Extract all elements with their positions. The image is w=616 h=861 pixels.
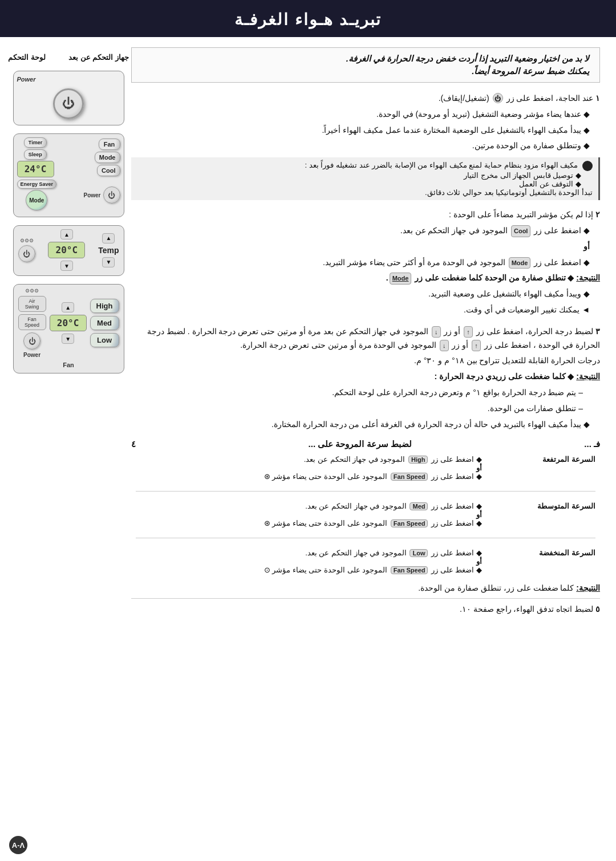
section-1-note: مكيف الهواء مزود بنظام حماية لمنع مكيف ا… xyxy=(131,157,600,200)
ctrl-row-1: Fan Mode Cool Timer Sleep 24°C xyxy=(17,137,120,177)
remote-power-diagram: Power ⏻ xyxy=(13,71,124,125)
section-3-result-1: – يتم ضبط درجة الحرارة بواقع ١° م وتعرض … xyxy=(131,386,600,400)
mode-inline-btn-2: Mode xyxy=(390,273,412,285)
temp-display-2: 20°C xyxy=(48,242,85,258)
gear-icons: ⚙⚙⚙ xyxy=(20,238,34,243)
gear-icons-2: ⚙⚙⚙ xyxy=(25,288,39,294)
low-inline-btn: Low xyxy=(410,549,428,557)
ctrl-row-2: ⏻ Power Energy Saver Mode xyxy=(17,180,120,210)
note-icon xyxy=(582,161,593,171)
temp-up-btn[interactable]: ▲ xyxy=(102,233,115,243)
temp-panel-diagram: ▲ Temp ▼ ▲ 20°C ▼ ⚙⚙⚙ ⏻ xyxy=(13,225,124,276)
up-btn-inline: ↑ xyxy=(464,326,473,338)
fan-down-btn[interactable]: ▼ xyxy=(62,334,74,344)
section-1-bullet-1: عندها يضاء مؤشر وضعية التشغيل (تبريد أو … xyxy=(131,108,600,121)
med-inline-btn: Med xyxy=(410,502,428,510)
result-text: كلما ضغطت على زر، تنطلق صفارة من الوحدة. xyxy=(418,583,574,592)
section-3-result-label: النتيجة: ◆ كلما ضغطت على زريدي درجة الحر… xyxy=(131,370,600,384)
temp-up-btn-2[interactable]: ▲ xyxy=(60,229,73,239)
up-btn-inline-2: ↑ xyxy=(472,340,481,352)
temp-down-btn-2[interactable]: ▼ xyxy=(60,261,73,271)
section-2-num: ٢ xyxy=(595,210,600,219)
section-1-bullet-2: يبدأ مكيف الهواء بالتشغيل على الوضعية ال… xyxy=(131,124,600,137)
power-label-fan: Power xyxy=(23,352,40,358)
timer-btn[interactable]: Timer xyxy=(24,137,47,148)
section-2-text: ٢ إذا لم يكن مؤشر التبريد مضاءاً على الو… xyxy=(131,208,600,317)
section-3-text: ٣ لضبط درجة الحرارة، اضغط على زر ↑ أو زر… xyxy=(131,325,600,432)
fan-speed-row-low: السرعة المنخفضة اضغط على زر Low الموجود … xyxy=(131,546,600,576)
high-fan-btn[interactable]: High xyxy=(90,299,119,313)
fan-label-bottom: Fan xyxy=(18,362,119,368)
section-3: ٣ لضبط درجة الحرارة، اضغط على زر ↑ أو زر… xyxy=(131,325,600,432)
high-inline-btn: High xyxy=(408,456,428,464)
speed-label-low: السرعة المنخفضة xyxy=(497,546,600,576)
section-2-result: النتيجة: ◆ تنطلق صفارة من الوحدة كلما ضغ… xyxy=(131,271,600,285)
intro-box: لا بد من اختيار وضعية التبريد إذا أردت خ… xyxy=(131,47,600,83)
section-4: فـ ... لضبط سرعة المروحة على ... ٤ السرع… xyxy=(131,439,600,614)
section-2-bullet-1: اضغط على زر Cool الموجود في جهاز التحكم … xyxy=(131,224,600,238)
energy-saver-btn[interactable]: Energy Saver xyxy=(17,180,57,189)
intro-line2: يمكنك ضبط سرعة المروحة أيضاً. xyxy=(139,66,589,76)
power-button-remote[interactable]: ⏻ xyxy=(53,88,84,119)
fan-up-btn[interactable]: ▲ xyxy=(62,302,74,312)
section-2: ٢ إذا لم يكن مؤشر التبريد مضاءاً على الو… xyxy=(131,208,600,317)
power-btn-ctrl[interactable]: ⏻ xyxy=(103,186,120,204)
control-panel-diagram: Fan Mode Cool Timer Sleep 24°C ⏻ xyxy=(13,133,124,217)
note-bullet-1: ◆ توصيل قابس الجهاز الى مخرج التيار xyxy=(137,171,593,180)
down-btn-inline: ↓ xyxy=(432,326,441,338)
mode-btn[interactable]: Mode xyxy=(95,152,120,163)
label-remote: جهاز التحكم عن بعد xyxy=(68,53,129,62)
timer-sleep-col: Timer Sleep xyxy=(24,137,47,160)
fan-speed-buttons: High Med Low xyxy=(90,299,119,347)
low-fan-btn[interactable]: Low xyxy=(90,333,119,347)
or-1: أو xyxy=(131,240,600,254)
fan-speed-panel-diagram: High Med Low ▲ 20°C ▼ ⚙⚙⚙ Air Swing Fan … xyxy=(13,284,124,373)
fan-btn[interactable]: Fan xyxy=(99,139,120,150)
label-control: لوحة التحكم xyxy=(8,53,46,62)
med-fan-btn[interactable]: Med xyxy=(90,316,119,330)
fan-section-num: ٤ xyxy=(131,439,136,449)
fan-speed-btn[interactable]: Fan Speed xyxy=(18,314,46,330)
mode-circle-btn[interactable]: Mode xyxy=(26,190,47,210)
section-3-extra: يبدأ مكيف الهواء بالتبريد في حالة أن درج… xyxy=(131,418,600,432)
section-1-text: ١ عند الحاجة، اضغط على زر ⏻ (تشغيل/إيقاف… xyxy=(131,92,600,153)
footer-num: ٥ xyxy=(595,604,600,614)
text-panel: لا بد من اختيار وضعية التبريد إذا أردت خ… xyxy=(131,47,606,622)
fan-speed-result: النتيجة: كلما ضغطت على زر، تنطلق صفارة م… xyxy=(131,583,600,592)
speed-steps-med: اضغط على زر Med الموجود في جهاز التحكم ع… xyxy=(131,499,497,530)
air-swing-btn[interactable]: Air Swing xyxy=(18,296,46,312)
speed-steps-high: اضغط على زر High الموجود في جهاز التحكم … xyxy=(131,453,497,483)
section-2-bullet-2: اضغط على زر Mode الموجود في الوحدة مرة أ… xyxy=(131,256,600,270)
section-1: ١ عند الحاجة، اضغط على زر ⏻ (تشغيل/إيقاف… xyxy=(131,92,600,200)
footer-row: ٥ لضبط اتجاه تدفق الهواء، راجع صفحة ١٠. xyxy=(131,604,600,614)
temp-display-1: 24°C xyxy=(17,161,54,177)
cool-inline-btn: Cool xyxy=(511,225,530,237)
page-badge: A-Λ xyxy=(9,836,27,854)
fan-speed-inline-btn-3: Fan Speed xyxy=(391,566,428,574)
section-2-result-2: ويبدأ مكيف الهواء بالتشغيل على وضعية الت… xyxy=(131,287,600,301)
sleep-btn[interactable]: Sleep xyxy=(24,149,47,160)
power-btn-temp[interactable]: ⏻ xyxy=(18,245,35,262)
main-content: جهاز التحكم عن بعد لوحة التحكم Power ⏻ F… xyxy=(0,37,616,627)
fan-speed-inline-btn-2: Fan Speed xyxy=(391,519,428,527)
mode-inline-btn: Mode xyxy=(509,257,531,269)
fan-speed-inline-btn: Fan Speed xyxy=(391,473,428,481)
page-title: تبريـد هـواء الغرفـة xyxy=(234,11,382,29)
right-panel: جهاز التحكم عن بعد لوحة التحكم Power ⏻ F… xyxy=(6,47,131,622)
panel-header: جهاز التحكم عن بعد لوحة التحكم xyxy=(6,53,131,62)
note-bullet-2: ◆ التوقف عن العمل xyxy=(137,180,593,188)
speed-label-high: السرعة المرتفعة xyxy=(497,453,600,483)
temp-label: Temp xyxy=(98,246,119,255)
page-header: تبريـد هـواء الغرفـة xyxy=(0,0,616,37)
page: تبريـد هـواء الغرفـة جهاز التحكم عن بعد … xyxy=(0,0,616,861)
fan-speed-row-med: السرعة المتوسطة اضغط على زر Med الموجود … xyxy=(131,499,600,530)
result-underline: النتيجة: xyxy=(576,583,600,592)
power-btn-fan[interactable]: ⏻ xyxy=(23,332,40,350)
cool-btn[interactable]: Cool xyxy=(97,165,120,176)
speed-label-med: السرعة المتوسطة xyxy=(497,499,600,530)
down-btn-inline-2: ↓ xyxy=(440,340,449,352)
temp-down-btn[interactable]: ▼ xyxy=(102,257,115,267)
speed-steps-low: اضغط على زر Low الموجود في جهاز التحكم ع… xyxy=(131,546,497,576)
power-label-2: Power xyxy=(83,192,100,198)
section-1-bullet-3: وتنطلق صفارة من الوحدة مرتين. xyxy=(131,139,600,153)
